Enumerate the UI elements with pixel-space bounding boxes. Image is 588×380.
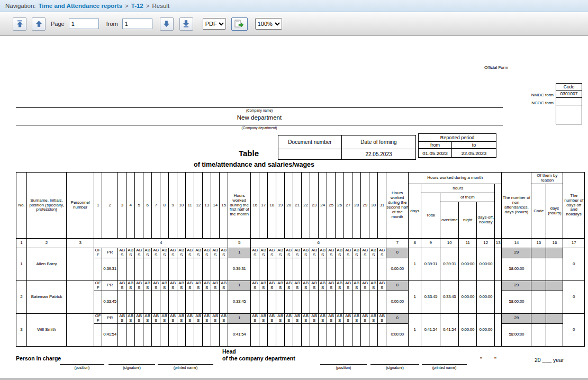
col-header-total: Total [421,193,440,239]
day-code-cell: ABS [177,313,186,323]
day-time-cell [352,291,361,313]
last-page-button[interactable] [179,17,193,31]
reason-days-hours [546,313,563,323]
col-number: 7 [386,239,409,248]
col-number: 5 [228,239,251,248]
numbering-row: 1234567891011121314151617 [16,239,585,248]
col-header-overtime: overtime [440,202,459,239]
report-subtitle: of time/attendance and salaries/wages [95,161,413,168]
code-box-empty-cell [556,105,582,124]
day-time-cell [135,258,143,281]
total-pages-input[interactable] [122,19,152,29]
day-code-cell: ABS [369,248,378,258]
day-time-cell [118,323,126,346]
col-header-first-half-hours: Hours worked during the first half of th… [228,173,251,239]
day-time-cell [369,323,378,346]
arrow-down-to-bar-icon [183,20,189,28]
position-caption: (position) [60,366,104,369]
employee-name: Will Smith [27,313,67,346]
day-code-cell: ABS [135,248,143,258]
report-document: Official Form Code 0301007 NMDC form NCO… [0,36,588,380]
reason-code-cell [531,291,546,313]
day-time-cell [203,258,211,281]
day-time-cell [285,258,293,281]
day-code-cell: ABS [152,313,160,323]
day-time-cell [194,258,203,281]
signature-caption: (signature) [370,366,419,369]
col-header-day: 10 [177,173,186,239]
non-attendance-days: 29 [502,248,531,258]
col-header-day: 12 [194,173,203,239]
first-half-time: 0:41:54 [228,323,251,346]
day-code-cell: ABS [319,313,327,323]
day-time-cell [302,291,310,313]
second-half-time: 0:00:00 [386,258,409,281]
personnel-number [67,248,94,281]
day-time-cell [302,323,310,346]
day-code-cell: ABS [251,248,259,258]
day-time-cell [369,291,378,313]
page-input[interactable] [69,19,99,29]
date-of-forming-label: Date of forming [342,135,416,149]
day-time-cell [194,323,203,346]
zoom-select[interactable]: 100% [255,18,282,30]
reason-days-cell [546,291,563,313]
day-time-cell [169,291,177,313]
reported-period-title: Reported period [419,134,496,142]
reason-days-cell [546,323,563,346]
day-code-cell: ABS [268,313,276,323]
col13-cell [495,313,502,346]
day-code-cell: ABS [118,281,126,291]
day-code-cell: ABS [378,248,386,258]
day-code-cell: ABS [169,313,177,323]
signature-caption: (signature) [108,366,155,369]
day-time-cell [94,258,102,281]
export-format-select[interactable]: PDF [203,18,226,30]
day-time-cell [336,258,344,281]
day-time-cell [310,258,319,281]
night-hours: 0:00:00 [459,248,477,281]
col13-cell [495,248,502,281]
nav-link-t12[interactable]: T-12 [131,3,143,9]
day-time-cell [361,258,369,281]
col-header-second-half-hours: Hours worked during the second half of t… [386,173,409,239]
day-code-cell: ABS [310,281,319,291]
export-button[interactable] [231,17,248,31]
company-name-caption: (Company name) [233,108,286,112]
previous-page-button[interactable] [32,17,46,31]
position-caption: (position) [320,366,367,369]
day-code-cell: ABS [352,313,361,323]
day-time-cell [259,323,268,346]
first-page-button[interactable] [13,17,26,31]
nav-current-result: Result [152,3,169,9]
day-time-cell [344,291,352,313]
day-time-cell [126,258,135,281]
day-code-cell: ABS [276,313,285,323]
company-department-caption: (Company department) [228,126,291,130]
day-time-cell [302,258,310,281]
day-time-cell [327,323,336,346]
day-code-cell: ABS [118,313,126,323]
non-attendance-days: 29 [502,313,531,323]
col-header-days-off-holidays: The number of days off and holidays [563,173,585,239]
days-off-holidays-count: 0 [563,248,585,281]
report-toolbar: Page from PDF 100% [0,12,588,36]
nav-link-time-attendance-reports[interactable]: Time and Attendance reports [39,3,122,9]
next-page-button[interactable] [160,17,174,31]
day-time-cell [169,258,177,281]
employee-code-row: 2Bateman PatrickOFFPRABSABSABSABSABSABSA… [16,281,585,291]
day-time-cell [352,258,361,281]
day-time-cell [344,258,352,281]
overtime-hours: 0:41:54 [440,313,459,346]
day-time-cell [293,291,302,313]
col-header-day: 30 [369,173,378,239]
day-code-cell: ABS [352,248,361,258]
day-code-cell: ABS [135,281,143,291]
attendance-table: No.Surname, initials, position (specialt… [16,172,585,347]
col-header-day: 17 [259,173,268,239]
second-half-days-count: 0 [386,281,409,291]
day-code-cell: OFF [94,313,102,323]
day-code-cell: ABS [268,281,276,291]
head-label-line2: of the company department [222,355,295,362]
code-box-header: Code [556,83,582,91]
